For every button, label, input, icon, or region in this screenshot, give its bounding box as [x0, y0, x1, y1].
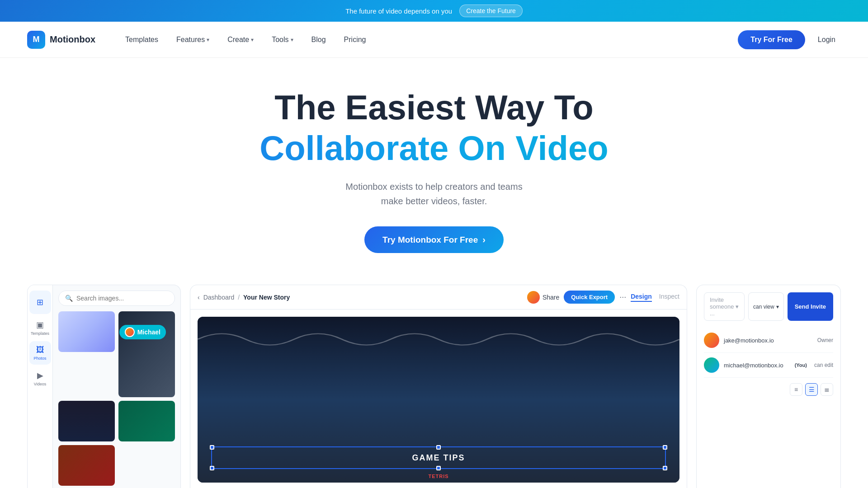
editor-sidebar-panel: ⊞ ▣ Templates 🖼 Photos ▶ Videos 🔍: [27, 285, 181, 488]
more-options-button[interactable]: ···: [619, 292, 626, 302]
canvas-area: GAME TIPS TETRIS: [190, 310, 687, 488]
image-thumbnail[interactable]: [58, 401, 115, 441]
hero-title-line1: The Easiest Way To: [18, 89, 850, 126]
search-icon: 🔍: [65, 295, 73, 302]
canvas-text-tetris: TETRIS: [428, 474, 448, 479]
chevron-down-icon: ▾: [291, 37, 293, 43]
handle-bottom-right[interactable]: [663, 466, 667, 470]
nav-templates[interactable]: Templates: [118, 32, 165, 47]
waveform-decoration: [198, 326, 679, 353]
invite-input-row: Invite someone ... ▾ can view ▾ Send Inv…: [704, 292, 833, 321]
sidebar-icon-rail: ⊞ ▣ Templates 🖼 Photos ▶ Videos: [28, 285, 53, 488]
sidebar-content: 🔍 Michael: [53, 285, 180, 488]
sidebar-item-photos[interactable]: 🖼 Photos: [29, 341, 51, 365]
navbar: M Motionbox Templates Features ▾ Create …: [0, 22, 868, 58]
breadcrumb-home[interactable]: Dashboard: [203, 294, 235, 301]
chevron-down-icon: ▾: [776, 304, 779, 310]
align-center-button[interactable]: ☰: [805, 383, 818, 396]
logo-icon: M: [27, 31, 45, 49]
banner-text: The future of video depends on you: [345, 7, 452, 15]
send-invite-button[interactable]: Send Invite: [788, 292, 833, 321]
invite-panel: Invite someone ... ▾ can view ▾ Send Inv…: [696, 285, 841, 488]
image-thumbnail[interactable]: [118, 401, 175, 441]
tab-design[interactable]: Design: [631, 293, 652, 302]
invite-panel-content: Invite someone ... ▾ can view ▾ Send Inv…: [697, 285, 840, 403]
invite-user-row: michael@motionbox.io (You) can edit: [704, 353, 833, 378]
nav-actions: Try For Free Login: [738, 30, 841, 49]
videos-icon: ▶: [37, 371, 43, 380]
editor-topbar: ‹ Dashboard / Your New Story Share Quick…: [190, 285, 687, 310]
nav-tools[interactable]: Tools ▾: [264, 32, 300, 47]
design-inspect-tabs: Design Inspect: [631, 293, 679, 302]
breadcrumb-current: Your New Story: [243, 294, 290, 301]
avatar: [704, 333, 719, 348]
editor-sidebar: ⊞ ▣ Templates 🖼 Photos ▶ Videos 🔍: [28, 285, 180, 488]
invite-permission-selector[interactable]: can view ▾: [748, 292, 784, 321]
canvas-video[interactable]: GAME TIPS TETRIS: [198, 317, 679, 483]
breadcrumb: ‹ Dashboard / Your New Story: [198, 294, 524, 301]
hero-cta-button[interactable]: Try Motionbox For Free ›: [364, 226, 504, 253]
handle-bottom-center[interactable]: [436, 466, 441, 470]
nav-blog[interactable]: Blog: [304, 32, 333, 47]
sidebar-item-home[interactable]: ⊞: [29, 291, 51, 314]
avatar: [125, 327, 135, 337]
chevron-down-icon: ▾: [251, 37, 254, 43]
nav-pricing[interactable]: Pricing: [337, 32, 373, 47]
dropdown-icon: ▾: [736, 303, 739, 310]
nav-features[interactable]: Features ▾: [169, 32, 217, 47]
nav-create[interactable]: Create ▾: [220, 32, 261, 47]
search-input[interactable]: [76, 295, 168, 302]
image-thumbnail[interactable]: Michael: [118, 311, 175, 397]
handle-top-center[interactable]: [436, 445, 441, 450]
cursor-label: Michael: [119, 325, 166, 339]
hero-section: The Easiest Way To Collaborate On Video …: [0, 58, 868, 271]
invite-user-row: jake@motionbox.io Owner: [704, 328, 833, 353]
image-grid: Michael: [58, 311, 175, 486]
handle-bottom-left[interactable]: [210, 466, 214, 470]
app-preview-section: ⊞ ▣ Templates 🖼 Photos ▶ Videos 🔍: [0, 271, 868, 488]
avatar: [704, 357, 719, 373]
invite-email-input[interactable]: Invite someone ... ▾: [704, 292, 745, 321]
hero-subtitle: Motionbox exists to help creators and te…: [307, 179, 561, 208]
photos-icon: 🖼: [36, 345, 44, 355]
share-button[interactable]: Share: [527, 291, 559, 304]
sidebar-item-videos[interactable]: ▶ Videos: [29, 366, 51, 390]
login-button[interactable]: Login: [812, 32, 841, 47]
breadcrumb-separator: /: [238, 294, 240, 301]
try-for-free-button[interactable]: Try For Free: [738, 30, 805, 49]
announcement-banner: The future of video depends on you Creat…: [0, 0, 868, 22]
banner-cta-button[interactable]: Create the Future: [459, 5, 523, 17]
handle-top-left[interactable]: [210, 445, 214, 450]
quick-export-button[interactable]: Quick Export: [564, 291, 615, 304]
sidebar-item-templates[interactable]: ▣ Templates: [29, 316, 51, 339]
home-icon: ⊞: [37, 297, 43, 307]
handle-top-right[interactable]: [663, 445, 667, 450]
image-thumbnail[interactable]: [58, 445, 115, 486]
align-right-button[interactable]: ≣: [821, 383, 833, 396]
chevron-down-icon: ▾: [207, 37, 209, 43]
image-search-bar[interactable]: 🔍: [58, 291, 175, 306]
arrow-icon: ›: [482, 235, 486, 245]
hero-title-line2: Collaborate On Video: [18, 129, 850, 167]
nav-links: Templates Features ▾ Create ▾ Tools ▾ Bl…: [118, 32, 738, 47]
editor-canvas-panel: ‹ Dashboard / Your New Story Share Quick…: [190, 285, 687, 488]
templates-icon: ▣: [36, 320, 44, 330]
avatar: [527, 291, 540, 304]
align-left-button[interactable]: ≡: [790, 383, 802, 396]
selection-handles: GAME TIPS: [211, 446, 666, 469]
logo-text: Motionbox: [50, 34, 95, 45]
topbar-actions: Share Quick Export ··· Design Inspect: [527, 291, 679, 304]
breadcrumb-back-icon: ‹: [198, 294, 200, 301]
canvas-text-game-tips: GAME TIPS: [412, 453, 465, 463]
align-tools: ≡ ☰ ≣: [704, 378, 833, 396]
tab-inspect[interactable]: Inspect: [659, 293, 679, 302]
user-cursor-badge: Michael: [118, 325, 166, 339]
logo[interactable]: M Motionbox: [27, 31, 95, 49]
image-thumbnail[interactable]: [58, 311, 115, 352]
